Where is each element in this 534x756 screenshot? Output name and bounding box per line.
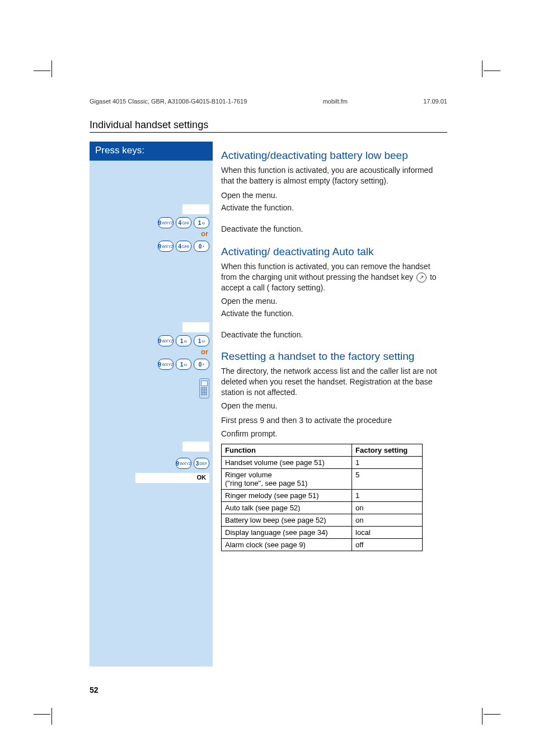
table-row: Ringer melody (see page 51)1 [222,489,423,501]
step-activate: Activate the function. [221,309,447,318]
step-deactivate: Deactivate the function. [221,330,447,339]
table-row: Ringer volume ("ring tone", see page 51)… [222,468,423,489]
key-0: 0+ [194,241,209,252]
desc-auto-talk-pre: When this function is activated, you can… [221,262,430,281]
crop-mark [482,60,483,77]
step-confirm: Confirm prompt. [221,429,447,438]
heading-auto-talk: Activating/ deactivating Auto talk [221,246,447,258]
factory-settings-table: Function Factory setting Handset volume … [221,444,423,551]
key-0: 0+ [194,359,209,370]
step-deactivate: Deactivate the function. [221,224,447,233]
crop-mark [51,708,52,725]
menu-softkey-icon [182,204,209,214]
step-open-menu: Open the menu. [221,297,447,306]
heading-battery-beep: Activating/deactivating battery low beep [221,149,447,162]
softkey-row [90,442,213,452]
key-9: 9WXYZ [158,241,174,252]
key-sequence-911: 9WXYZ 1ıo 1ıo [90,335,213,346]
handset-icon [199,378,209,398]
step-open-menu: Open the menu. [221,401,447,410]
step-press-93: First press 9 and then 3 to activate the… [221,416,447,425]
softkey-row [90,322,213,332]
horizontal-rule [90,132,447,133]
desc-battery-beep: When this function is activated, you are… [221,165,447,186]
key-4: 4GHI [176,241,191,252]
crop-mark [34,714,50,715]
key-4: 4GHI [176,217,191,228]
key-1: 1ıo [176,359,191,370]
crop-mark [34,71,50,71]
or-label: or [90,229,213,238]
talk-key-icon: ↗ [416,273,427,283]
table-header-row: Function Factory setting [222,444,423,456]
key-1: 1ıo [194,335,209,346]
key-9: 9WXYZ [158,217,174,228]
table-row: Battery low beep (see page 52)on [222,514,423,526]
softkey-row [90,204,213,214]
table-row: Handset volume (see page 51)1 [222,456,423,468]
sidebar-header: Press keys: [90,142,213,161]
key-9: 9WXYZ [176,458,191,469]
key-sequence-93: 9WXYZ 3DEF [90,458,213,469]
table-row: Display language (see page 34)local [222,526,423,538]
key-1: 1ıo [194,217,209,228]
th-factory-setting: Factory setting [352,444,423,456]
crop-mark [482,708,483,725]
th-function: Function [222,444,352,456]
key-9: 9WXYZ [158,359,174,370]
step-activate: Activate the function. [221,203,447,212]
handset-illustration [90,378,213,398]
ok-softkey: OK [135,473,209,483]
or-label: or [90,348,213,356]
page-number: 52 [90,685,99,694]
key-sequence-941: 9WXYZ 4GHI 1ıo [90,217,213,228]
key-sequence-940: 9WXYZ 4GHI 0+ [90,241,213,252]
heading-reset: Resetting a handset to the factory setti… [221,350,447,363]
key-1: 1ıo [176,335,191,346]
key-3: 3DEF [194,458,209,469]
crop-mark [51,60,52,77]
softkey-ok-row: OK [90,473,213,483]
table-row: Auto talk (see page 52)on [222,501,423,514]
desc-reset: The directory, the network access list a… [221,366,447,398]
running-header: Gigaset 4015 Classic, GBR, A31008-G4015-… [90,98,447,105]
header-filename: mobilt.fm [322,98,348,105]
header-doc-id: Gigaset 4015 Classic, GBR, A31008-G4015-… [90,98,247,105]
menu-softkey-icon [182,442,209,452]
table-row: Alarm clock (see page 9)off [222,538,423,551]
crop-mark [484,71,500,71]
crop-mark [484,714,500,715]
step-open-menu: Open the menu. [221,191,447,200]
key-sequence-910: 9WXYZ 1ıo 0+ [90,359,213,370]
key-9: 9WXYZ [158,335,174,346]
menu-softkey-icon [182,322,209,332]
main-content: Activating/deactivating battery low beep… [221,142,447,551]
header-date: 17.09.01 [423,98,447,105]
section-title: Individual handset settings [90,119,208,131]
desc-auto-talk: When this function is activated, you can… [221,261,447,293]
